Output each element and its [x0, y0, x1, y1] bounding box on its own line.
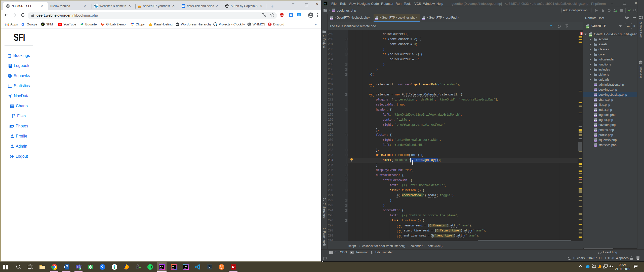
svg-text:PHP: PHP: [594, 105, 597, 107]
svg-text:PHP: PHP: [594, 140, 597, 142]
svg-text:PHP: PHP: [594, 125, 597, 127]
svg-text:PHP: PHP: [330, 18, 333, 20]
svg-text:ABP: ABP: [280, 14, 284, 16]
svg-text:PHP: PHP: [594, 85, 597, 86]
svg-text:FI: FI: [298, 14, 300, 16]
svg-text:DG: DG: [184, 265, 187, 268]
svg-text:IJ: IJ: [172, 265, 174, 268]
svg-text:PHP: PHP: [594, 95, 597, 96]
svg-text:PS: PS: [160, 265, 163, 268]
svg-text:FTP: FTP: [586, 27, 589, 28]
svg-text:PHP: PHP: [594, 130, 597, 132]
svg-text:?: ?: [570, 258, 571, 260]
svg-text:PHP: PHP: [375, 18, 378, 20]
svg-text:E: E: [209, 265, 210, 268]
svg-text:PHP: PHP: [594, 90, 597, 91]
svg-text:G: G: [21, 22, 24, 26]
svg-text:PMA: PMA: [138, 7, 141, 8]
svg-text:3: 3: [42, 23, 43, 26]
svg-text:PHP: PHP: [594, 115, 597, 117]
svg-text:PHP: PHP: [594, 135, 597, 137]
svg-text:PS: PS: [325, 3, 326, 4]
svg-text:FTP: FTP: [589, 35, 592, 37]
svg-text:PHP: PHP: [594, 145, 597, 147]
svg-text:PHP: PHP: [594, 120, 597, 122]
svg-text:PHP: PHP: [594, 110, 597, 112]
svg-text:T: T: [76, 266, 78, 268]
svg-text:PHP: PHP: [422, 18, 425, 20]
svg-text:PHP: PHP: [332, 11, 335, 12]
svg-text:PHP: PHP: [594, 100, 597, 101]
